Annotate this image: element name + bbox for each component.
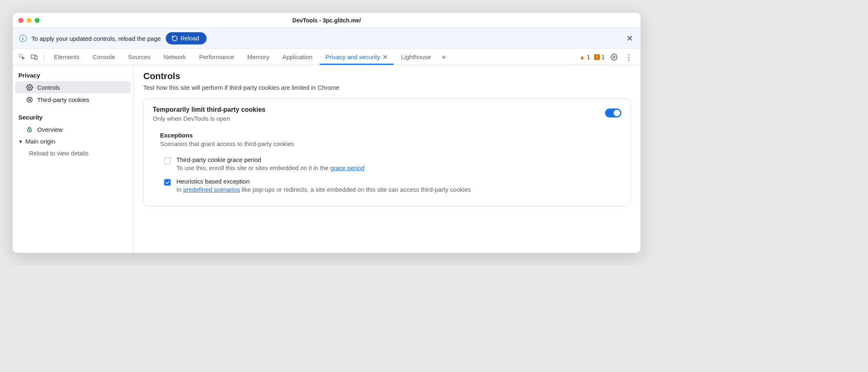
page-subtitle: Test how this site will perform if third…: [143, 84, 631, 91]
page-heading: Controls: [143, 71, 631, 82]
reload-icon: [171, 35, 178, 42]
sidebar-item-label: Third-party cookies: [37, 96, 89, 103]
window-title: DevTools - 3pc.glitch.me/: [13, 17, 641, 24]
warnings-indicator[interactable]: ▲ 1: [579, 53, 590, 60]
svg-point-9: [30, 100, 30, 100]
gear-icon: [26, 84, 33, 91]
svg-point-4: [29, 86, 30, 88]
tab-performance[interactable]: Performance: [194, 50, 240, 64]
tab-close-icon[interactable]: ✕: [383, 53, 388, 61]
info-icon: i: [19, 35, 27, 42]
tabs-right-tools: ▲ 1 ! 1 ⋮: [579, 52, 637, 62]
sidebar-heading-privacy: Privacy: [13, 69, 133, 81]
issues-indicator[interactable]: ! 1: [594, 54, 605, 60]
reload-button-label: Reload: [180, 35, 199, 42]
main-panel: Controls Test how this site will perform…: [134, 65, 641, 253]
svg-point-3: [613, 56, 615, 58]
sidebar-item-label: Main origin: [25, 138, 55, 145]
info-bar: i To apply your updated controls, reload…: [13, 28, 641, 49]
caret-down-icon: ▼: [18, 139, 23, 144]
svg-rect-2: [35, 56, 37, 60]
tab-console[interactable]: Console: [87, 50, 121, 64]
svg-point-7: [30, 98, 30, 99]
card-title: Temporarily limit third-party cookies: [153, 106, 265, 113]
exception-grace-period: Third-party cookie grace period To use t…: [160, 154, 621, 175]
sidebar-item-controls[interactable]: Controls: [15, 81, 131, 93]
inspect-element-icon[interactable]: [17, 52, 27, 62]
tab-elements[interactable]: Elements: [48, 50, 85, 64]
sidebar: Privacy Controls Third-party cookies Sec…: [13, 65, 134, 253]
tab-lighthouse[interactable]: Lighthouse: [395, 50, 436, 64]
grace-period-label: Third-party cookie grace period: [176, 156, 364, 163]
issue-icon: !: [594, 54, 600, 60]
divider: [44, 53, 44, 61]
device-toolbar-icon[interactable]: [29, 52, 40, 62]
traffic-lights: [18, 18, 40, 23]
content: Privacy Controls Third-party cookies Sec…: [13, 65, 641, 253]
info-bar-close[interactable]: ✕: [626, 34, 633, 42]
sidebar-heading-security: Security: [13, 111, 133, 123]
tab-privacy-security[interactable]: Privacy and security ✕: [320, 50, 394, 64]
exceptions-title: Exceptions: [160, 132, 621, 139]
titlebar: DevTools - 3pc.glitch.me/: [13, 13, 641, 28]
card-header: Temporarily limit third-party cookies On…: [153, 106, 621, 122]
tab-sources[interactable]: Sources: [122, 50, 156, 64]
window-minimize-button[interactable]: [27, 18, 31, 23]
sidebar-item-overview[interactable]: Overview: [13, 123, 133, 135]
sidebar-item-label: Overview: [37, 126, 63, 133]
more-tabs-icon[interactable]: »: [438, 52, 449, 62]
settings-icon[interactable]: [609, 52, 619, 62]
lock-icon: [26, 126, 33, 133]
limit-cookies-toggle[interactable]: [605, 108, 621, 117]
reload-button[interactable]: Reload: [166, 32, 207, 44]
window-close-button[interactable]: [18, 18, 23, 23]
check-icon: [165, 180, 170, 185]
issues-count: 1: [601, 54, 605, 60]
limit-cookies-card: Temporarily limit third-party cookies On…: [143, 98, 631, 206]
sidebar-reload-detail: Reload to view details: [13, 147, 133, 159]
exception-heuristics: Heuristics based exception In predefined…: [160, 175, 621, 197]
svg-point-5: [27, 97, 32, 102]
heuristics-label: Heuristics based exception: [176, 178, 471, 185]
sidebar-item-label: Controls: [37, 84, 60, 91]
heur-desc-pre: In: [176, 186, 183, 193]
svg-point-11: [29, 130, 29, 131]
tab-network[interactable]: Network: [158, 50, 192, 64]
heuristics-description: In predefined scenarios like pop-ups or …: [176, 186, 471, 193]
card-subtitle: Only when DevTools is open: [153, 115, 265, 122]
heuristics-checkbox[interactable]: [164, 179, 171, 186]
tab-application[interactable]: Application: [277, 50, 318, 64]
exceptions-subtitle: Scenarios that grant access to third-par…: [160, 140, 621, 147]
sidebar-item-third-party-cookies[interactable]: Third-party cookies: [13, 93, 133, 106]
heur-desc-post: like pop-ups or redirects, a site embedd…: [240, 186, 471, 193]
cookie-icon: [26, 96, 33, 103]
warning-icon: ▲: [579, 53, 585, 60]
exceptions-section: Exceptions Scenarios that grant access t…: [153, 132, 621, 197]
svg-point-6: [28, 99, 29, 99]
sidebar-item-main-origin[interactable]: ▼ Main origin: [13, 135, 133, 147]
predefined-scenarios-link[interactable]: predefined scenarios: [183, 186, 240, 193]
tabs-bar: Elements Console Sources Network Perform…: [13, 49, 641, 65]
grace-period-description: To use this, enroll this site or sites e…: [176, 164, 364, 171]
kebab-menu-icon[interactable]: ⋮: [623, 52, 634, 62]
devtools-window: DevTools - 3pc.glitch.me/ i To apply you…: [12, 12, 641, 253]
tab-privacy-label: Privacy and security: [325, 53, 380, 60]
info-message: To apply your updated controls, reload t…: [31, 35, 161, 42]
tab-memory[interactable]: Memory: [242, 50, 275, 64]
warnings-count: 1: [587, 54, 590, 60]
grace-desc-text: To use this, enroll this site or sites e…: [176, 164, 330, 171]
grace-period-link[interactable]: grace period: [330, 164, 364, 171]
svg-point-8: [29, 100, 29, 100]
window-maximize-button[interactable]: [35, 18, 40, 23]
grace-period-checkbox[interactable]: [164, 157, 171, 164]
